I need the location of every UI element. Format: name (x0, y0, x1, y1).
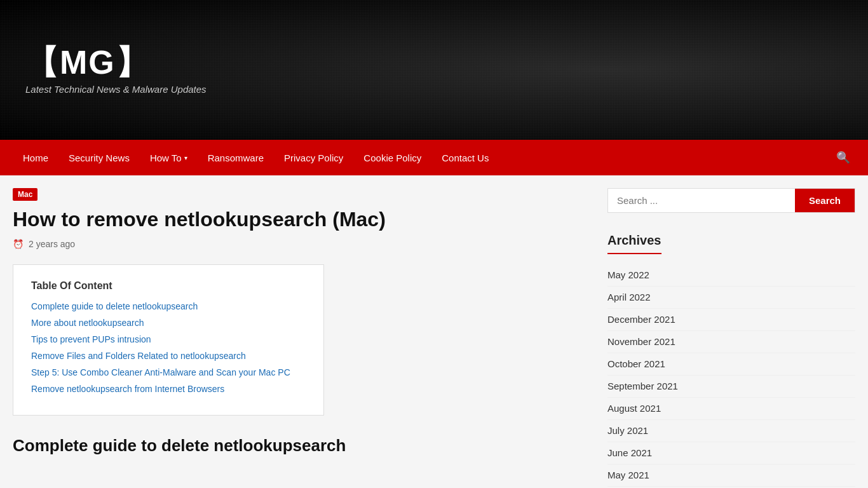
archive-item-0[interactable]: May 2022 (607, 264, 855, 287)
content-area: Mac How to remove netlookupsearch (Mac) … (13, 188, 592, 487)
toc-link-3[interactable]: Remove Files and Folders Related to netl… (31, 351, 246, 361)
article-meta: ⏰ 2 years ago (13, 239, 592, 249)
archive-item-6[interactable]: August 2021 (607, 398, 855, 420)
toc-list: Complete guide to delete netlookupsearch… (31, 301, 306, 395)
nav-items: Home Security News How To ▾ Ransomware P… (13, 141, 831, 175)
toc-link-1[interactable]: More about netlookupsearch (31, 318, 144, 328)
toc-link-5[interactable]: Remove netlookupsearch from Internet Bro… (31, 384, 224, 394)
main-navbar: Home Security News How To ▾ Ransomware P… (0, 140, 868, 175)
toc-link-4[interactable]: Step 5: Use Combo Cleaner Anti-Malware a… (31, 367, 290, 377)
toc-item-3[interactable]: Remove Files and Folders Related to netl… (31, 350, 306, 362)
archive-item-4[interactable]: October 2021 (607, 353, 855, 376)
article-title: How to remove netlookupsearch (Mac) (13, 207, 592, 231)
archives-list: May 2022 April 2022 December 2021 Novemb… (607, 264, 855, 487)
archives-title: Archives (607, 233, 661, 254)
toc-title: Table Of Content (31, 280, 306, 292)
chevron-down-icon: ▾ (184, 154, 187, 161)
nav-link-cookie-policy[interactable]: Cookie Policy (353, 141, 431, 175)
archive-item-1[interactable]: April 2022 (607, 287, 855, 309)
clock-icon: ⏰ (13, 239, 24, 249)
category-badge[interactable]: Mac (13, 188, 37, 201)
nav-item-home[interactable]: Home (13, 141, 58, 175)
nav-search-icon[interactable]: 🔍 (831, 146, 855, 170)
nav-link-contact-us[interactable]: Contact Us (431, 141, 499, 175)
site-logo: 【MG】 (25, 46, 843, 79)
toc-item-5[interactable]: Remove netlookupsearch from Internet Bro… (31, 383, 306, 395)
nav-item-security-news[interactable]: Security News (58, 141, 140, 175)
archive-item-3[interactable]: November 2021 (607, 331, 855, 353)
toc-item-0[interactable]: Complete guide to delete netlookupsearch (31, 301, 306, 312)
site-tagline: Latest Technical News & Malware Updates (25, 84, 843, 95)
archive-item-2[interactable]: December 2021 (607, 309, 855, 331)
nav-link-security-news[interactable]: Security News (58, 141, 140, 175)
main-container: Mac How to remove netlookupsearch (Mac) … (0, 175, 868, 488)
nav-item-cookie-policy[interactable]: Cookie Policy (353, 141, 431, 175)
search-box: Search (607, 188, 855, 213)
search-button[interactable]: Search (795, 189, 855, 212)
archives-section: Archives May 2022 April 2022 December 20… (607, 233, 855, 487)
sidebar: Search Archives May 2022 April 2022 Dece… (607, 188, 855, 487)
section1-heading: Complete guide to delete netlookupsearch (13, 436, 592, 456)
toc-item-2[interactable]: Tips to prevent PUPs intrusion (31, 334, 306, 345)
toc-link-2[interactable]: Tips to prevent PUPs intrusion (31, 334, 151, 344)
archive-item-8[interactable]: June 2021 (607, 442, 855, 464)
search-input[interactable] (608, 189, 795, 212)
archive-item-9[interactable]: May 2021 (607, 464, 855, 487)
nav-item-ransomware[interactable]: Ransomware (198, 141, 274, 175)
nav-link-home[interactable]: Home (13, 141, 58, 175)
nav-item-privacy-policy[interactable]: Privacy Policy (274, 141, 353, 175)
table-of-contents: Table Of Content Complete guide to delet… (13, 264, 324, 416)
nav-item-contact-us[interactable]: Contact Us (431, 141, 499, 175)
toc-link-0[interactable]: Complete guide to delete netlookupsearch (31, 301, 198, 311)
article-time-ago: 2 years ago (29, 239, 75, 249)
nav-link-privacy-policy[interactable]: Privacy Policy (274, 141, 353, 175)
site-header: 【MG】 Latest Technical News & Malware Upd… (0, 0, 868, 140)
archive-item-5[interactable]: September 2021 (607, 376, 855, 398)
nav-link-how-to[interactable]: How To ▾ (140, 141, 198, 175)
nav-item-how-to[interactable]: How To ▾ (140, 141, 198, 175)
toc-item-1[interactable]: More about netlookupsearch (31, 317, 306, 329)
archive-item-7[interactable]: July 2021 (607, 420, 855, 442)
toc-item-4[interactable]: Step 5: Use Combo Cleaner Anti-Malware a… (31, 367, 306, 378)
nav-link-ransomware[interactable]: Ransomware (198, 141, 274, 175)
